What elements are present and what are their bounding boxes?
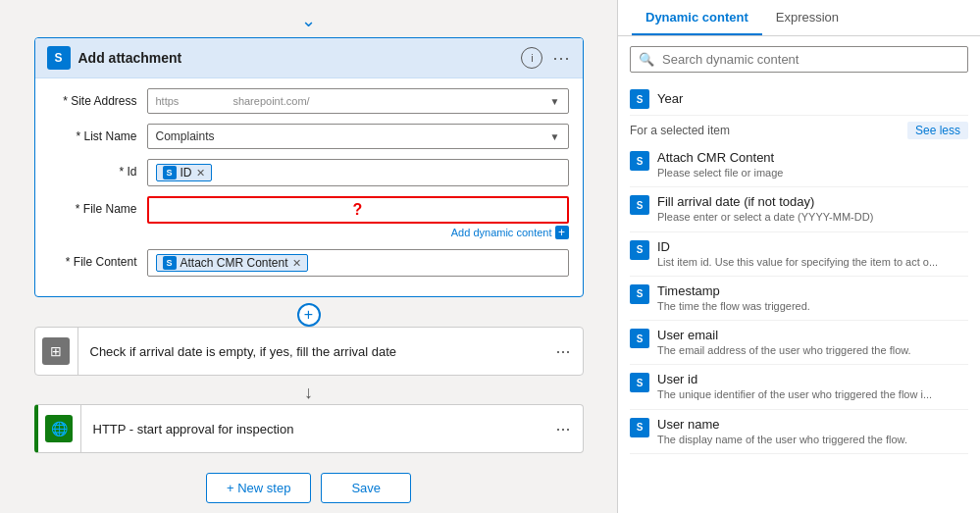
- site-address-value: https sharepoint.com/: [156, 95, 310, 107]
- more-options-icon[interactable]: ···: [552, 48, 570, 69]
- dynamic-item-icon-2: S: [630, 240, 649, 260]
- search-input[interactable]: [662, 52, 959, 67]
- question-mark-icon: ?: [353, 201, 363, 219]
- card-title: Add attachment: [78, 50, 182, 66]
- dynamic-item-icon-6: S: [630, 418, 649, 437]
- dynamic-item-4[interactable]: S User email The email address of the us…: [630, 321, 968, 365]
- file-content-row: * File Content S Attach CMR Content ✕: [49, 249, 569, 277]
- dynamic-item-desc-3: The time the flow was triggered.: [657, 299, 968, 313]
- file-content-tag: S Attach CMR Content ✕: [156, 254, 308, 272]
- left-panel: ⌄ S Add attachment i ··· * Site Address …: [0, 0, 617, 513]
- section-label: For a selected item: [630, 124, 730, 137]
- dynamic-item-6[interactable]: S User name The display name of the user…: [630, 410, 968, 454]
- top-arrow-icon: ⌄: [301, 10, 316, 31]
- dynamic-item-text-2: ID List item id. Use this value for spec…: [657, 239, 968, 269]
- file-name-input[interactable]: ?: [147, 196, 569, 224]
- dynamic-item-title-3: Timestamp: [657, 283, 968, 298]
- dynamic-item-text-5: User id The unique identifier of the use…: [657, 372, 968, 401]
- file-name-row: * File Name ? Add dynamic content +: [49, 196, 569, 239]
- add-dynamic-plus-icon: +: [555, 226, 569, 239]
- list-name-row: * List Name Complaints: [49, 124, 569, 149]
- tabs: Dynamic content Expression: [618, 0, 980, 36]
- dynamic-item-title-2: ID: [657, 239, 968, 254]
- dynamic-item-text-1: Fill arrival date (if not today) Please …: [657, 194, 968, 224]
- chevron-down-icon: [550, 129, 560, 143]
- card-header: S Add attachment i ···: [35, 38, 583, 78]
- dynamic-item-title-4: User email: [657, 328, 968, 342]
- file-content-tag-input[interactable]: S Attach CMR Content ✕: [147, 249, 569, 277]
- id-tag-input[interactable]: S ID ✕: [147, 159, 569, 186]
- step-label-http: HTTP - start approval for inspection: [81, 412, 544, 446]
- card-header-icons: i ···: [521, 47, 570, 69]
- right-panel: Dynamic content Expression 🔍 S Year For …: [617, 0, 980, 513]
- year-item[interactable]: S Year: [630, 82, 968, 116]
- add-dynamic-content-link[interactable]: Add dynamic content +: [147, 226, 569, 239]
- arrow-down-1: ↓: [304, 382, 313, 404]
- id-tag-close[interactable]: ✕: [196, 167, 205, 180]
- dynamic-item-3[interactable]: S Timestamp The time the flow was trigge…: [630, 277, 968, 321]
- file-content-tag-label: Attach CMR Content: [181, 256, 288, 270]
- tab-expression[interactable]: Expression: [762, 0, 852, 35]
- search-box[interactable]: 🔍: [630, 46, 968, 73]
- dynamic-item-icon-3: S: [630, 284, 649, 304]
- tab-dynamic-content[interactable]: Dynamic content: [632, 0, 762, 35]
- section-header: For a selected item See less: [630, 116, 968, 143]
- step-card-check-arrival[interactable]: ⊞ Check if arrival date is empty, if yes…: [34, 327, 584, 376]
- dynamic-item-icon-0: S: [630, 151, 649, 171]
- dynamic-item-desc-1: Please enter or select a date (YYYY-MM-D…: [657, 210, 968, 224]
- dynamic-item-title-5: User id: [657, 372, 968, 386]
- see-less-button[interactable]: See less: [907, 122, 968, 139]
- dynamic-item-icon-5: S: [630, 373, 649, 392]
- card-body: * Site Address https sharepoint.com/: [35, 78, 583, 296]
- file-name-label: * File Name: [49, 196, 137, 216]
- step-label-check: Check if arrival date is empty, if yes, …: [78, 334, 544, 369]
- dynamic-item-icon-1: S: [630, 195, 649, 215]
- dynamic-item-text-0: Attach CMR Content Please select file or…: [657, 150, 968, 180]
- file-content-tag-icon: S: [163, 256, 177, 270]
- year-label: Year: [657, 91, 683, 106]
- id-tag-label: ID: [181, 166, 192, 180]
- file-content-label: * File Content: [49, 249, 137, 269]
- info-icon[interactable]: i: [521, 47, 542, 69]
- globe-icon: 🌐: [45, 415, 73, 442]
- file-content-tag-close[interactable]: ✕: [292, 257, 301, 270]
- save-button[interactable]: Save: [321, 473, 411, 503]
- connector-plus-wrapper: +: [297, 303, 321, 327]
- dynamic-item-title-1: Fill arrival date (if not today): [657, 194, 968, 209]
- list-name-select[interactable]: Complaints: [147, 124, 569, 149]
- file-name-wrapper: ? Add dynamic content +: [147, 196, 569, 239]
- dynamic-item-text-3: Timestamp The time the flow was triggere…: [657, 283, 968, 313]
- dynamic-item-text-6: User name The display name of the user w…: [657, 417, 968, 446]
- step-card-http[interactable]: 🌐 HTTP - start approval for inspection ·…: [34, 404, 584, 453]
- dynamic-item-title-0: Attach CMR Content: [657, 150, 968, 165]
- id-tag: S ID ✕: [156, 164, 212, 181]
- site-address-row: * Site Address https sharepoint.com/: [49, 88, 569, 114]
- site-address-label: * Site Address: [49, 88, 137, 108]
- new-step-button[interactable]: + New step: [206, 473, 311, 503]
- dynamic-item-0[interactable]: S Attach CMR Content Please select file …: [630, 143, 968, 187]
- file-content-control: S Attach CMR Content ✕: [147, 249, 569, 277]
- list-name-value: Complaints: [156, 129, 215, 143]
- add-attachment-card: S Add attachment i ··· * Site Address ht…: [34, 37, 584, 297]
- id-row: * Id S ID ✕: [49, 159, 569, 186]
- step-more-icon-check[interactable]: ···: [543, 341, 582, 362]
- dynamic-item-icon-4: S: [630, 329, 649, 348]
- grid-icon: ⊞: [42, 337, 70, 365]
- bottom-buttons: + New step Save: [206, 473, 411, 503]
- dynamic-item-1[interactable]: S Fill arrival date (if not today) Pleas…: [630, 187, 968, 231]
- sharepoint-icon: S: [47, 46, 71, 70]
- year-icon: S: [630, 89, 649, 109]
- card-header-left: S Add attachment: [47, 46, 182, 70]
- search-icon: 🔍: [639, 52, 654, 67]
- dynamic-item-desc-4: The email address of the user who trigge…: [657, 343, 968, 357]
- dynamic-item-5[interactable]: S User id The unique identifier of the u…: [630, 365, 968, 409]
- dynamic-item-2[interactable]: S ID List item id. Use this value for sp…: [630, 232, 968, 277]
- id-label: * Id: [49, 159, 137, 179]
- scroll-container: S Year For a selected item See less S At…: [618, 82, 980, 513]
- connector-plus-button[interactable]: +: [297, 303, 321, 327]
- dynamic-item-desc-2: List item id. Use this value for specify…: [657, 255, 968, 269]
- dynamic-item-desc-0: Please select file or image: [657, 166, 968, 180]
- dynamic-item-text-4: User email The email address of the user…: [657, 328, 968, 357]
- site-address-select[interactable]: https sharepoint.com/: [147, 88, 569, 114]
- step-more-icon-http[interactable]: ···: [543, 419, 582, 439]
